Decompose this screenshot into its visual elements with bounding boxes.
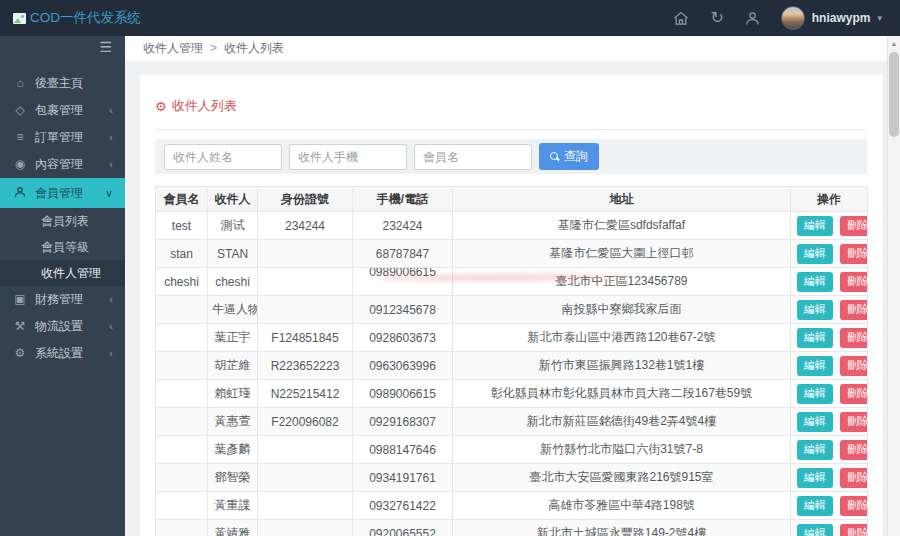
- delete-button[interactable]: 刪除: [840, 244, 867, 264]
- recipient-name-input[interactable]: [164, 144, 282, 170]
- edit-button[interactable]: 編輯: [797, 328, 833, 348]
- delete-button[interactable]: 刪除: [840, 300, 867, 320]
- sidebar-item-logistics[interactable]: ⚒物流設置 ‹: [0, 313, 125, 340]
- sidebar-item-content[interactable]: ◉內容管理 ‹: [0, 151, 125, 178]
- cell-actions: 編輯 刪除: [791, 324, 868, 352]
- user-icon[interactable]: [745, 11, 760, 26]
- cell-recipient: 黃惠萱: [208, 408, 258, 436]
- edit-button[interactable]: 編輯: [797, 356, 833, 376]
- money-icon: ▣: [13, 286, 27, 313]
- cell-address: 基隆市仁愛區大圍上徑口邨: [453, 240, 791, 268]
- cell-recipient: STAN: [208, 240, 258, 268]
- sidebar-item-label: 物流設置: [35, 319, 83, 333]
- edit-button[interactable]: 編輯: [797, 216, 833, 236]
- cell-member: stan: [156, 240, 208, 268]
- sidebar-subitem-member-list[interactable]: 會員列表: [0, 208, 125, 234]
- delete-button[interactable]: 刪除: [840, 272, 867, 292]
- ball-icon: ◉: [13, 151, 27, 178]
- delete-button[interactable]: 刪除: [840, 468, 867, 488]
- home-icon[interactable]: [673, 11, 689, 26]
- delete-button[interactable]: 刪除: [840, 384, 867, 404]
- delete-button[interactable]: 刪除: [840, 524, 867, 536]
- cell-id-number: [258, 268, 353, 296]
- layers-icon: ≡: [13, 124, 27, 151]
- cell-member: [156, 296, 208, 324]
- table-row: 黃重諜 0932761422 高雄市苓雅區中華4路198號 編輯 刪除: [156, 492, 868, 520]
- cell-member: [156, 352, 208, 380]
- page-title: ⚙ 收件人列表: [155, 75, 867, 115]
- cell-recipient: cheshi: [208, 268, 258, 296]
- cell-recipient: 牛逼人物: [208, 296, 258, 324]
- delete-button[interactable]: 刪除: [840, 412, 867, 432]
- sidebar-subitem-recipient-mgmt[interactable]: 收件人管理: [0, 260, 125, 286]
- sidebar-menu: ⌂後臺主頁 ◇包裹管理 ‹ ≡訂單管理 ‹ ◉內容管理 ‹ 會員管理 ∨ 會員列…: [0, 70, 125, 367]
- delete-button[interactable]: 刪除: [840, 328, 867, 348]
- delete-button[interactable]: 刪除: [840, 440, 867, 460]
- hamburger-icon[interactable]: ☰: [99, 39, 112, 55]
- sidebar-item-system[interactable]: ⚙系統設置 ‹: [0, 340, 125, 367]
- edit-button[interactable]: 編輯: [797, 272, 833, 292]
- table-row: cheshi cheshi 0989006615 臺北市中正區123456789…: [156, 268, 868, 296]
- edit-button[interactable]: 編輯: [797, 440, 833, 460]
- edit-button[interactable]: 編輯: [797, 468, 833, 488]
- cell-address: 新北市新莊區銘德街49巷2弄4號4樓: [453, 408, 791, 436]
- cell-phone: 0989006615: [353, 268, 453, 296]
- sidebar-item-members[interactable]: 會員管理 ∨: [0, 178, 125, 208]
- table-row: 胡芷維 R223652223 0963063996 新竹市東區振興路132巷1號…: [156, 352, 868, 380]
- edit-button[interactable]: 編輯: [797, 300, 833, 320]
- cell-actions: 編輯 刪除: [791, 492, 868, 520]
- table-row: 黃惠萱 F220096082 0929168307 新北市新莊區銘德街49巷2弄…: [156, 408, 868, 436]
- sidebar-item-dashboard[interactable]: ⌂後臺主頁: [0, 70, 125, 97]
- cell-member: [156, 324, 208, 352]
- edit-button[interactable]: 編輯: [797, 496, 833, 516]
- cell-member: [156, 436, 208, 464]
- sidebar-item-orders[interactable]: ≡訂單管理 ‹: [0, 124, 125, 151]
- recipient-phone-input[interactable]: [289, 144, 407, 170]
- table-row: 賴虹瑾 N225215412 0989006615 彰化縣員林市彰化縣員林市員大…: [156, 380, 868, 408]
- scroll-up-arrow-icon[interactable]: ▲: [888, 36, 900, 51]
- edit-button[interactable]: 編輯: [797, 384, 833, 404]
- user-menu[interactable]: hniawypm ▾: [781, 6, 882, 30]
- app-logo[interactable]: COD一件代发系统: [13, 9, 141, 27]
- sidebar-item-label: 財務管理: [35, 292, 83, 306]
- cell-id-number: R223652223: [258, 352, 353, 380]
- cell-actions: 編輯 刪除: [791, 464, 868, 492]
- cell-actions: 編輯 刪除: [791, 520, 868, 536]
- sidebar-item-label: 內容管理: [35, 157, 83, 171]
- table-body: test 測试 234244 232424 基隆市仁愛區sdfdsfaffaf …: [156, 212, 868, 536]
- cell-id-number: F220096082: [258, 408, 353, 436]
- search-button[interactable]: 查詢: [539, 143, 599, 170]
- delete-button[interactable]: 刪除: [840, 216, 867, 236]
- edit-button[interactable]: 編輯: [797, 244, 833, 264]
- chevron-down-icon: ∨: [105, 178, 113, 208]
- refresh-icon[interactable]: ↻: [710, 10, 723, 26]
- chevron-left-icon: ‹: [109, 151, 113, 178]
- sidebar-item-packages[interactable]: ◇包裹管理 ‹: [0, 97, 125, 124]
- cell-phone: 232424: [353, 212, 453, 240]
- vertical-scrollbar[interactable]: ▲: [887, 36, 900, 536]
- sidebar-item-label: 訂單管理: [35, 130, 83, 144]
- delete-button[interactable]: 刪除: [840, 496, 867, 516]
- cell-actions: 編輯 刪除: [791, 352, 868, 380]
- cell-id-number: [258, 436, 353, 464]
- cell-actions: 編輯 刪除: [791, 436, 868, 464]
- member-name-input[interactable]: [414, 144, 532, 170]
- delete-button[interactable]: 刪除: [840, 356, 867, 376]
- sidebar-subitem-member-level[interactable]: 會員等級: [0, 234, 125, 260]
- col-actions: 操作: [791, 187, 868, 212]
- cell-phone: 0928603673: [353, 324, 453, 352]
- table-row: 黃靖雅 0920065552 新北市土城區永豐路149-2號4樓 編輯 刪除: [156, 520, 868, 536]
- cell-actions: 編輯 刪除: [791, 268, 868, 296]
- sidebar-item-finance[interactable]: ▣財務管理 ‹: [0, 286, 125, 313]
- cell-recipient: 葉正宇: [208, 324, 258, 352]
- scrollbar-thumb[interactable]: [889, 52, 899, 137]
- sidebar-item-label: 系統設置: [35, 346, 83, 360]
- edit-button[interactable]: 編輯: [797, 524, 833, 536]
- table-row: stan STAN 68787847 基隆市仁愛區大圍上徑口邨 編輯 刪除: [156, 240, 868, 268]
- cell-address: 基隆市仁愛區sdfdsfaffaf: [453, 212, 791, 240]
- chevron-left-icon: ‹: [109, 286, 113, 313]
- edit-button[interactable]: 編輯: [797, 412, 833, 432]
- breadcrumb-parent[interactable]: 收件人管理: [143, 41, 203, 55]
- table-header-row: 會員名 收件人 身份證號 手機/電話 地址 操作: [156, 187, 868, 212]
- col-phone: 手機/電話: [353, 187, 453, 212]
